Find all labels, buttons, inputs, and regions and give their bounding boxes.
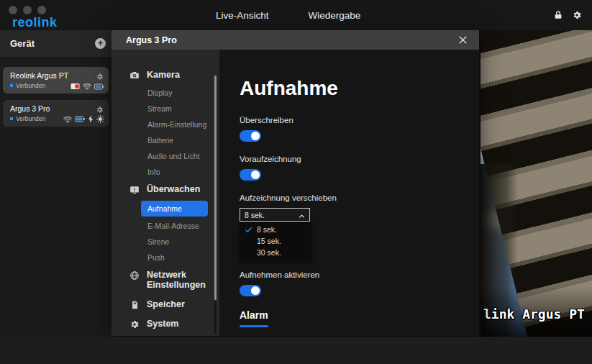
dropdown-option-30-sek[interactable]: 30 sek.	[240, 247, 311, 258]
tab-wiedergabe[interactable]: Wiedergabe	[309, 10, 361, 21]
main-tabs: Live-Ansicht Wiedergabe	[216, 0, 360, 30]
alarm-section-title: Alarm	[240, 309, 479, 321]
aufzeichnung-verschieben-label: Aufzeichnung verschieben	[240, 194, 479, 202]
alarm-underline	[240, 325, 268, 327]
app-window: reolink Live-Ansicht Wiedergabe Gerät +	[0, 0, 592, 364]
aufnehmen-aktivieren-label: Aufnehmen aktivieren	[240, 270, 479, 279]
menu-section-kamera[interactable]: Kamera	[111, 65, 219, 85]
tab-live-ansicht[interactable]: Live-Ansicht	[216, 10, 269, 21]
menu-section-label: System	[147, 319, 178, 329]
voraufzeichnung-toggle[interactable]	[240, 169, 261, 181]
check-icon	[245, 226, 252, 234]
battery-icon	[75, 116, 85, 122]
menu-section-ueberwachen[interactable]: Überwachen	[111, 180, 219, 199]
device-panel-title: Gerät	[10, 38, 35, 49]
window-controls	[9, 6, 46, 14]
dialog-title: Argus 3 Pro	[126, 35, 177, 45]
wifi-icon	[63, 116, 72, 123]
globe-icon	[129, 270, 140, 281]
connected-status-dot	[10, 117, 13, 120]
dropdown-option-8-sek[interactable]: 8 sek.	[240, 224, 311, 235]
lock-icon[interactable]	[553, 10, 563, 20]
menu-section-system[interactable]: System	[111, 314, 219, 334]
menu-scrollbar-thumb[interactable]	[214, 76, 217, 300]
menu-item-sirene[interactable]: Sirene	[111, 234, 219, 250]
camera-icon	[129, 70, 140, 81]
connected-status-dot	[10, 84, 13, 87]
page-title: Aufnahme	[240, 77, 479, 100]
gear-icon	[129, 319, 140, 329]
ueberschreiben-toggle[interactable]	[240, 130, 261, 142]
menu-item-audio-und-licht[interactable]: Audio und Licht	[111, 148, 219, 164]
voraufzeichnung-label: Voraufzeichnung	[240, 155, 479, 163]
menu-item-info[interactable]: Info	[111, 164, 219, 180]
aufnahme-settings-panel: Aufnahme Überschreiben Voraufzeichnung A…	[219, 50, 479, 336]
device-settings-gear-icon[interactable]	[96, 70, 104, 78]
menu-scrollbar-track	[214, 301, 217, 335]
live-view-video[interactable]: link Argus PT	[481, 30, 592, 337]
delay-dropdown-menu: 8 sek. 15 sek. 30 sek.	[240, 222, 311, 260]
window-minimize-button[interactable]	[23, 6, 32, 14]
menu-section-speicher[interactable]: Speicher	[111, 295, 219, 314]
window-zoom-button[interactable]	[37, 6, 46, 14]
ueberschreiben-label: Überschreiben	[240, 116, 479, 124]
reolink-logo: reolink	[12, 15, 58, 30]
camera-osd-text: link Argus PT	[483, 306, 585, 322]
monitor-icon	[129, 185, 140, 195]
menu-section-label: Kamera	[147, 70, 180, 80]
dropdown-option-15-sek[interactable]: 15 sek.	[240, 235, 311, 247]
aufnehmen-aktivieren-toggle[interactable]	[240, 285, 261, 296]
device-status: Verbunden	[16, 82, 45, 89]
device-settings-gear-icon[interactable]	[96, 104, 104, 112]
device-status: Verbunden	[16, 115, 45, 122]
menu-section-label: Überwachen	[147, 184, 200, 194]
charging-bolt-icon	[88, 115, 94, 123]
window-close-button[interactable]	[9, 6, 17, 14]
menu-item-aufnahme-selected[interactable]: Aufnahme	[141, 201, 208, 217]
dialog-header: Argus 3 Pro	[111, 30, 479, 50]
sun-icon	[96, 115, 104, 123]
menu-item-display[interactable]: Display	[111, 85, 219, 101]
settings-dialog: Argus 3 Pro Kamera Display Stream Alarm-…	[111, 30, 479, 336]
storage-icon	[129, 300, 140, 310]
device-panel: Gerät + Reolink Argus PT Verbunden	[0, 30, 111, 337]
wifi-icon	[83, 83, 91, 90]
menu-section-label: Netzwerk Einstellungen	[147, 270, 206, 291]
menu-section-netzwerk[interactable]: Netzwerk Einstellungen	[111, 265, 211, 295]
close-icon[interactable]	[457, 35, 468, 45]
settings-menu: Kamera Display Stream Alarm-Einstellung …	[111, 50, 219, 336]
device-name: Reolink Argus PT	[10, 71, 68, 80]
battery-icon	[94, 83, 104, 90]
menu-item-email-adresse[interactable]: E-Mail-Adresse	[111, 218, 219, 234]
sd-card-icon	[70, 83, 80, 90]
device-name: Argus 3 Pro	[10, 104, 50, 113]
device-card-reolink-argus-pt[interactable]: Reolink Argus PT Verbunden	[3, 67, 109, 94]
delay-select-value: 8 sek.	[245, 211, 265, 219]
gear-icon[interactable]	[572, 10, 582, 20]
chevron-up-icon	[299, 212, 305, 219]
add-device-button[interactable]: +	[95, 38, 106, 49]
delay-select[interactable]: 8 sek.	[240, 208, 310, 222]
menu-item-push[interactable]: Push	[111, 250, 219, 265]
menu-item-batterie[interactable]: Batterie	[111, 132, 219, 148]
device-card-argus-3-pro[interactable]: Argus 3 Pro Verbunden	[3, 100, 109, 127]
menu-item-stream[interactable]: Stream	[111, 101, 219, 117]
menu-item-alarm-einstellung[interactable]: Alarm-Einstellung	[111, 117, 219, 132]
top-bar: reolink Live-Ansicht Wiedergabe	[0, 0, 592, 30]
menu-section-label: Speicher	[147, 299, 185, 309]
player-bar	[0, 337, 592, 364]
